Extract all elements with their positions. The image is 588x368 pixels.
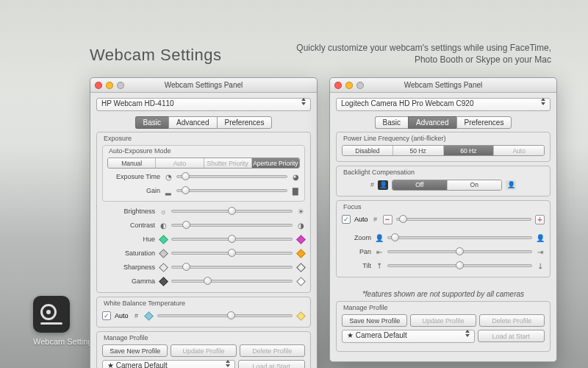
tab-advanced[interactable]: Advanced (168, 116, 216, 129)
focus-minus-button[interactable]: − (383, 215, 392, 224)
load-at-start-button[interactable]: Load at Start (238, 360, 305, 368)
contrast-low-icon: ◐ (159, 221, 168, 230)
exposure-manual[interactable]: Manual (108, 158, 156, 168)
load-at-start-button[interactable]: Load at Start (478, 330, 545, 342)
exposure-time-slider[interactable] (176, 175, 287, 178)
gamma-high-icon (296, 277, 305, 286)
hash-icon: # (372, 216, 379, 223)
exposure-mode-segment[interactable]: Manual Auto Shutter Priority Aperture Pr… (107, 158, 300, 169)
exposure-aperture[interactable]: Aperture Priority (252, 158, 299, 168)
sun-bright-icon: ☀ (296, 207, 305, 216)
exposure-group: Exposure Auto-Exposure Mode Manual Auto … (96, 132, 311, 293)
group-label: Exposure (104, 135, 305, 142)
gain-slider[interactable] (176, 189, 287, 192)
titlebar[interactable]: Webcam Settings Panel (90, 78, 317, 93)
hash-icon: # (132, 312, 141, 319)
group-label: Manage Profile (343, 304, 545, 311)
sun-dim-icon: ☼ (159, 207, 168, 216)
group-label: Backlight Compensation (343, 169, 545, 176)
app-icon: Webcam Settings (33, 296, 96, 346)
backlight-off[interactable]: Off (392, 180, 448, 190)
tilt-down-icon: ⤓ (536, 261, 545, 270)
brightness-slider[interactable] (171, 210, 293, 213)
tab-basic[interactable]: Basic (135, 116, 168, 129)
tilt-slider[interactable] (387, 264, 532, 267)
backlight-group: Backlight Compensation # 👤 Off On 👤 (336, 166, 551, 197)
gamma-slider[interactable] (171, 280, 293, 283)
contrast-high-icon: ◑ (296, 221, 305, 230)
contrast-slider[interactable] (171, 224, 293, 227)
hue-magenta-icon (296, 235, 305, 244)
focus-plus-button[interactable]: + (535, 215, 545, 224)
sharpness-label: Sharpness (102, 263, 155, 271)
tab-preferences[interactable]: Preferences (217, 116, 273, 129)
focus-auto-checkbox[interactable]: ✓ (342, 215, 351, 224)
white-balance-group: White Balance Temperature ✓ Auto # (96, 297, 311, 328)
backlight-segment[interactable]: Off On (392, 180, 502, 191)
save-profile-button[interactable]: Save New Profile (102, 344, 168, 357)
tab-advanced[interactable]: Advanced (408, 116, 456, 129)
hue-label: Hue (102, 236, 155, 243)
save-profile-button[interactable]: Save New Profile (342, 314, 407, 327)
plf-segment[interactable]: Disabled 50 Hz 60 Hz Auto (342, 145, 545, 156)
saturation-slider[interactable] (171, 252, 293, 255)
backlight-on[interactable]: On (448, 180, 502, 190)
pan-slider[interactable] (387, 250, 532, 253)
camera-select[interactable]: Logitech Camera HD Pro Webcam C920 (336, 98, 551, 111)
group-label: Manage Profile (104, 334, 305, 342)
titlebar[interactable]: Webcam Settings Panel (330, 78, 556, 93)
sharp-low-icon (159, 263, 168, 272)
sharpness-slider[interactable] (171, 266, 293, 269)
window-title: Webcam Settings Panel (330, 81, 556, 89)
pan-left-icon: ⇤ (375, 247, 384, 256)
gamma-label: Gamma (102, 277, 155, 285)
tab-basic[interactable]: Basic (375, 116, 408, 129)
hash-icon: # (370, 181, 374, 188)
group-label: Focus (343, 203, 545, 210)
gain-label: Gain (107, 187, 160, 194)
plf-disabled[interactable]: Disabled (343, 146, 393, 155)
footnote: *features shown are not supported by all… (336, 281, 551, 301)
delete-profile-button[interactable]: Delete Profile (479, 314, 545, 327)
update-profile-button[interactable]: Update Profile (171, 344, 236, 357)
plf-group: Power Line Frequency (anti-flicker) Disa… (336, 132, 551, 162)
exposure-mode-label: Auto-Exposure Mode (109, 147, 300, 155)
profile-select[interactable]: ★ Camera Default (342, 330, 475, 343)
wb-auto-checkbox[interactable]: ✓ (102, 311, 111, 320)
tilt-up-icon: ⤒ (375, 261, 384, 270)
person-small-icon: 👤 (375, 233, 384, 242)
wb-auto-label: Auto (115, 312, 129, 319)
delete-profile-button[interactable]: Delete Profile (240, 344, 305, 357)
exposure-shutter[interactable]: Shutter Priority (204, 158, 252, 168)
settings-window-1: Webcam Settings Panel HP Webcam HD-4110 … (90, 77, 318, 368)
hue-slider[interactable] (171, 238, 293, 241)
wb-slider[interactable] (157, 314, 293, 317)
zoom-slider[interactable] (387, 236, 532, 239)
focus-group: Focus ✓ Auto # − + Zoom 👤 👤 Pan ⇤ ⇥ (336, 200, 551, 277)
plf-50hz[interactable]: 50 Hz (393, 146, 444, 155)
sat-low-icon (159, 249, 168, 258)
plf-60hz[interactable]: 60 Hz (444, 146, 495, 155)
pan-label: Pan (342, 248, 371, 255)
profile-group: Manage Profile Save New Profile Update P… (336, 301, 551, 352)
sharp-high-icon (296, 263, 305, 272)
focus-slider[interactable] (396, 218, 531, 221)
profile-select[interactable]: ★ Camera Default (102, 360, 235, 368)
tab-preferences[interactable]: Preferences (456, 116, 512, 129)
update-profile-button[interactable]: Update Profile (410, 314, 476, 327)
gamma-low-icon (159, 277, 168, 286)
person-dark-icon: 👤 (378, 180, 388, 190)
exposure-time-label: Exposure Time (107, 173, 160, 180)
camera-select[interactable]: HP Webcam HD-4110 (96, 98, 311, 111)
brightness-label: Brightness (102, 208, 155, 215)
hero-title: Webcam Settings (90, 46, 222, 65)
plf-auto[interactable]: Auto (494, 146, 544, 155)
app-icon-label: Webcam Settings (33, 337, 96, 346)
timer-high-icon: ◕ (291, 172, 300, 181)
window-title: Webcam Settings Panel (90, 81, 317, 89)
tabs: Basic Advanced Preferences (96, 116, 311, 129)
person-light-icon: 👤 (506, 180, 516, 190)
exposure-auto[interactable]: Auto (156, 158, 204, 168)
wb-cool-icon (145, 311, 154, 320)
timer-low-icon: ◔ (164, 172, 173, 181)
